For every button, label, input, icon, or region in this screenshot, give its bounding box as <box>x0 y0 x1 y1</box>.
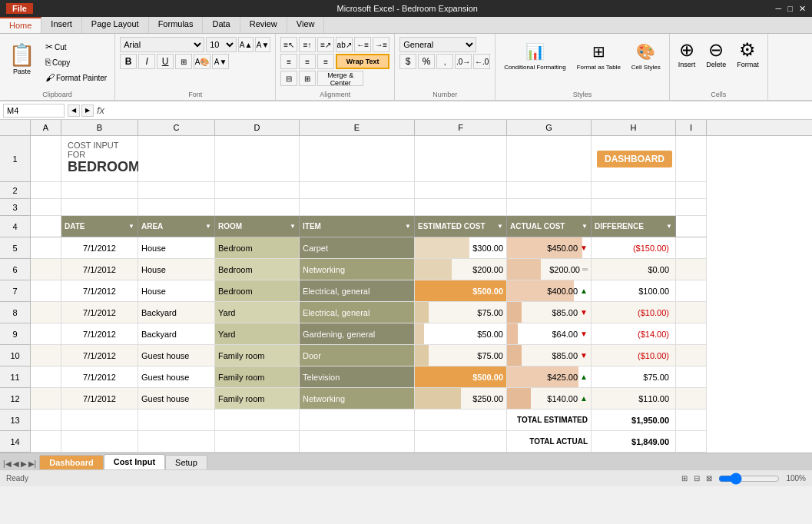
cell-11d[interactable]: Family room <box>215 366 300 388</box>
font-family-select[interactable]: Arial <box>120 37 204 52</box>
cell-6h[interactable]: $0.00 <box>592 259 676 280</box>
cell-11i[interactable] <box>676 366 707 388</box>
header-item[interactable]: ITEM▼ <box>300 216 415 237</box>
cell-8g[interactable]: $85.00 ▼ <box>507 302 592 323</box>
cell-14c[interactable] <box>138 431 215 453</box>
zoom-slider[interactable] <box>718 473 780 485</box>
cell-9c[interactable]: Backyard <box>138 323 215 345</box>
col-header-a[interactable]: A <box>31 120 61 135</box>
minimize-btn[interactable]: ─ <box>776 4 782 14</box>
cut-button[interactable]: ✂ Cut <box>42 40 110 54</box>
cell-1d[interactable] <box>215 136 300 182</box>
comma-button[interactable]: , <box>436 54 453 69</box>
cell-3a[interactable] <box>31 199 61 216</box>
header-actual[interactable]: ACTUAL COST▼ <box>507 216 592 237</box>
cell-7f[interactable]: $500.00 <box>415 280 507 302</box>
cell-9h[interactable]: ($14.00) <box>592 323 676 345</box>
cell-5c[interactable]: House <box>138 237 215 259</box>
tab-data[interactable]: Data <box>203 17 240 33</box>
cell-13i[interactable] <box>676 410 707 431</box>
formula-nav-right[interactable]: ▶ <box>81 104 94 117</box>
align-top-left-button[interactable]: ≡↖ <box>280 37 297 52</box>
cell-1h[interactable]: DASHBOARD <box>592 136 676 182</box>
cell-11c[interactable]: Guest house <box>138 366 215 388</box>
cell-6c[interactable]: House <box>138 259 215 280</box>
cell-7b[interactable]: 7/1/2012 <box>61 280 138 302</box>
align-top-right-button[interactable]: ≡↗ <box>317 37 334 52</box>
decrease-decimal-button[interactable]: ←.0 <box>473 54 490 69</box>
cell-6i[interactable] <box>676 259 707 280</box>
formula-input[interactable] <box>108 105 809 116</box>
file-button[interactable]: File <box>6 3 33 14</box>
cell-10a[interactable] <box>31 345 61 366</box>
cell-12d[interactable]: Family room <box>215 388 300 410</box>
merge-left-button[interactable]: ⊟ <box>280 71 297 86</box>
font-color-button[interactable]: A▼ <box>212 54 229 69</box>
col-header-i[interactable]: I <box>676 120 707 135</box>
col-header-d[interactable]: D <box>215 120 300 135</box>
cell-6g[interactable]: $200.00 ═ <box>507 259 592 280</box>
font-increase-button[interactable]: A▲ <box>238 37 254 52</box>
italic-button[interactable]: I <box>138 54 155 69</box>
cell-1a[interactable] <box>31 136 61 182</box>
cell-13f[interactable] <box>415 410 507 431</box>
cell-3d[interactable] <box>215 199 300 216</box>
cell-9d[interactable]: Yard <box>215 323 300 345</box>
cell-7g[interactable]: $400.00 ▲ <box>507 280 592 302</box>
cell-14i[interactable] <box>676 431 707 453</box>
view-normal-icon[interactable]: ⊞ <box>681 474 688 483</box>
conditional-formatting-button[interactable]: 📊 Conditional Formatting <box>500 37 569 81</box>
cell-9g[interactable]: $64.00 ▼ <box>507 323 592 345</box>
tab-first-arrow[interactable]: |◀ <box>3 459 12 468</box>
tab-next-arrow[interactable]: ▶ <box>21 459 27 468</box>
cell-12b[interactable]: 7/1/2012 <box>61 388 138 410</box>
cell-10b[interactable]: 7/1/2012 <box>61 345 138 366</box>
cell-1e[interactable] <box>300 136 415 182</box>
header-area[interactable]: AREA▼ <box>138 216 215 237</box>
tab-page-layout[interactable]: Page Layout <box>82 17 149 33</box>
tab-prev-arrow[interactable]: ◀ <box>13 459 19 468</box>
cell-1f[interactable] <box>415 136 507 182</box>
cell-10d[interactable]: Family room <box>215 345 300 366</box>
cell-8c[interactable]: Backyard <box>138 302 215 323</box>
cell-8h[interactable]: ($10.00) <box>592 302 676 323</box>
cell-14f[interactable] <box>415 431 507 453</box>
cell-3g[interactable] <box>507 199 592 216</box>
cell-11h[interactable]: $75.00 <box>592 366 676 388</box>
orientation-button[interactable]: ab↗ <box>336 37 353 52</box>
cell-5f[interactable]: $300.00 <box>415 237 507 259</box>
increase-decimal-button[interactable]: .0→ <box>455 54 472 69</box>
align-center-button[interactable]: ≡ <box>299 54 316 69</box>
cell-11f[interactable]: $500.00 <box>415 366 507 388</box>
cell-11e[interactable]: Television <box>300 366 415 388</box>
cell-6a[interactable] <box>31 259 61 280</box>
cell-10f[interactable]: $75.00 <box>415 345 507 366</box>
header-room[interactable]: ROOM▼ <box>215 216 300 237</box>
cell-6d[interactable]: Bedroom <box>215 259 300 280</box>
cell-13h[interactable]: $1,950.00 <box>592 410 676 431</box>
cell-1g[interactable] <box>507 136 592 182</box>
cell-8a[interactable] <box>31 302 61 323</box>
currency-button[interactable]: $ <box>399 54 416 69</box>
cell-2d[interactable] <box>215 182 300 199</box>
col-header-h[interactable]: H <box>592 120 676 135</box>
cell-8i[interactable] <box>676 302 707 323</box>
cell-13d[interactable] <box>215 410 300 431</box>
cell-5e[interactable]: Carpet <box>300 237 415 259</box>
cell-12c[interactable]: Guest house <box>138 388 215 410</box>
cell-9f[interactable]: $50.00 <box>415 323 507 345</box>
cell-6f[interactable]: $200.00 <box>415 259 507 280</box>
cell-8f[interactable]: $75.00 <box>415 302 507 323</box>
align-right-button[interactable]: ≡ <box>317 54 334 69</box>
cell-7i[interactable] <box>676 280 707 302</box>
cell-3e[interactable] <box>300 199 415 216</box>
cell-13e[interactable] <box>300 410 415 431</box>
border-button[interactable]: ⊞ <box>175 54 192 69</box>
cell-4a[interactable] <box>31 216 61 237</box>
cell-14e[interactable] <box>300 431 415 453</box>
cell-2h[interactable] <box>592 182 676 199</box>
cell-10g[interactable]: $85.00 ▼ <box>507 345 592 366</box>
view-layout-icon[interactable]: ⊟ <box>694 474 700 483</box>
col-header-f[interactable]: F <box>415 120 507 135</box>
cell-7a[interactable] <box>31 280 61 302</box>
